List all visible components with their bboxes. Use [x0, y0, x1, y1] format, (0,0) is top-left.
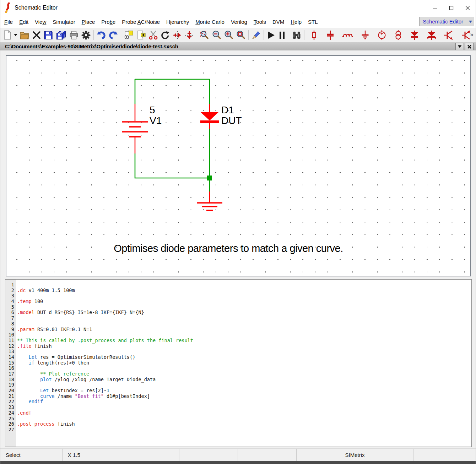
flip-horizontal-button[interactable]	[171, 29, 183, 41]
flip-vertical-button[interactable]	[183, 29, 195, 41]
place-resistor-button[interactable]	[308, 29, 320, 41]
code-line[interactable]: 14 Let res = OptimiserSimulatorResults()	[5, 355, 471, 360]
find-button[interactable]	[291, 29, 303, 41]
document-type-selector[interactable]: Schematic Editor	[419, 17, 474, 26]
copy-to-clipboard-button[interactable]	[123, 29, 135, 41]
code-line[interactable]: 5	[5, 304, 471, 310]
close-sheet-button[interactable]	[465, 43, 474, 50]
sheet-dropdown-button[interactable]	[455, 43, 464, 50]
rotate-icon	[161, 31, 170, 40]
options-button[interactable]	[80, 29, 92, 41]
zoom-area-button[interactable]	[235, 29, 247, 41]
npn-transistor-icon	[444, 30, 454, 40]
cut-button[interactable]	[147, 29, 159, 41]
menu-file[interactable]: File	[1, 17, 16, 27]
menu-edit[interactable]: Edit	[16, 17, 32, 27]
maximize-button[interactable]	[443, 0, 459, 16]
code-line[interactable]: 19	[5, 382, 471, 388]
code-line[interactable]: 23	[5, 405, 471, 410]
place-inductor-button[interactable]	[341, 29, 355, 41]
v1-value-label[interactable]: 5	[150, 104, 155, 115]
menu-simulator[interactable]: Simulator	[49, 17, 78, 27]
zoom-in-button[interactable]	[223, 29, 235, 41]
schematic-canvas[interactable]: 5 V1 D1 DUT Optimises diode	[6, 55, 471, 276]
menu-probe-ac-noise[interactable]: Probe AC/Noise	[119, 17, 163, 27]
code-text: .post_process finish	[16, 421, 75, 427]
code-line[interactable]: 17 ** Plot reference	[5, 371, 471, 377]
print-button[interactable]	[68, 29, 80, 41]
code-line[interactable]: 12.file finish	[5, 344, 471, 349]
code-line[interactable]: 8	[5, 321, 471, 327]
v1-ref-label[interactable]: V1	[150, 115, 162, 126]
menu-tools[interactable]: Tools	[250, 17, 269, 27]
zoom-out-button[interactable]	[211, 29, 223, 41]
code-line[interactable]: 4.temp 100	[5, 299, 471, 304]
code-line[interactable]: 3	[5, 293, 471, 299]
diode-d1[interactable]	[200, 104, 219, 129]
redo-icon	[109, 31, 118, 39]
menu-monte-carlo[interactable]: Monte Carlo	[192, 17, 228, 27]
code-line[interactable]: 27	[5, 427, 471, 433]
code-line[interactable]: 24.endf	[5, 410, 471, 416]
netlist-editor[interactable]: 12.dc v1 400m 1.5 100m34.temp 10056.mode…	[5, 279, 472, 447]
code-line[interactable]: 21 curve /name "Best fit" d1#p[bestIndex…	[5, 394, 471, 399]
close-schematic-button[interactable]	[31, 29, 42, 41]
place-capacitor-button[interactable]	[324, 29, 336, 41]
code-line[interactable]: 15 if length(res)>0 then	[5, 360, 471, 366]
place-ground-button[interactable]	[359, 29, 371, 41]
new-dropdown-button[interactable]	[13, 29, 18, 41]
place-zener-diode-button[interactable]	[425, 29, 438, 41]
code-line[interactable]: 1	[5, 282, 471, 288]
menu-help[interactable]: Help	[287, 17, 305, 27]
minimize-button[interactable]	[427, 0, 443, 16]
toolbar-separator	[264, 30, 264, 40]
redo-button[interactable]	[107, 29, 119, 41]
code-line[interactable]: 20 Let bestIndex = res[2]-1	[5, 388, 471, 394]
save-all-button[interactable]	[54, 29, 68, 41]
close-button[interactable]	[459, 0, 476, 16]
code-line[interactable]: 13	[5, 349, 471, 355]
place-diode-button[interactable]	[408, 29, 421, 41]
menu-hierarchy[interactable]: Hierarchy	[163, 17, 192, 27]
code-line[interactable]: 2.dc v1 400m 1.5 100m	[5, 288, 471, 293]
d1-model-label[interactable]: DUT	[221, 115, 242, 126]
code-line[interactable]: 7	[5, 315, 471, 321]
menu-verilog[interactable]: Verilog	[228, 17, 250, 27]
wire-button[interactable]	[250, 29, 262, 41]
place-voltage-source-button[interactable]	[375, 29, 388, 41]
place-current-source-button[interactable]	[393, 29, 404, 41]
menu-place[interactable]: Place	[79, 17, 98, 27]
code-text	[16, 332, 17, 338]
open-button[interactable]	[18, 29, 31, 41]
code-line[interactable]: 9.param RS=0.01 IKF=0.1 N=1	[5, 327, 471, 333]
save-button[interactable]	[42, 29, 54, 41]
d1-ref-label[interactable]: D1	[221, 104, 234, 115]
run-button[interactable]	[265, 29, 277, 41]
menu-probe[interactable]: Probe	[98, 17, 119, 27]
menu-dvm[interactable]: DVM	[269, 17, 287, 27]
toolbar-separator	[197, 30, 197, 40]
voltage-source-v1[interactable]	[122, 104, 148, 153]
place-npn-transistor-button[interactable]	[442, 29, 455, 41]
code-line[interactable]: 11** This is called by .post_process and…	[5, 338, 471, 344]
code-line[interactable]: 26.post_process finish	[5, 421, 471, 427]
code-line[interactable]: 25	[5, 416, 471, 422]
code-text	[16, 349, 17, 355]
code-line[interactable]: 16	[5, 366, 471, 371]
export-page-button[interactable]	[135, 29, 147, 41]
zoom-fit-button[interactable]	[199, 29, 211, 41]
code-lines: 12.dc v1 400m 1.5 100m34.temp 10056.mode…	[5, 282, 471, 433]
code-line[interactable]: 18 plot /ylog /xlog /name Target Diode_d…	[5, 377, 471, 383]
code-line[interactable]: 22 endif	[5, 399, 471, 405]
pause-button[interactable]	[277, 29, 287, 41]
toolbar-overflow-chevron[interactable]: »	[470, 31, 473, 38]
rotate-button[interactable]	[159, 29, 171, 41]
new-schematic-button[interactable]	[2, 29, 13, 41]
code-line[interactable]: 10	[5, 332, 471, 338]
menu-stl[interactable]: STL	[305, 17, 321, 27]
code-line[interactable]: 6.model DUT d RS={RS} IS=1e-8 IKF={IKF} …	[5, 310, 471, 315]
undo-button[interactable]	[95, 29, 107, 41]
menu-view[interactable]: View	[32, 17, 49, 27]
wires[interactable]	[135, 79, 210, 191]
ground-symbol[interactable]	[197, 191, 222, 210]
